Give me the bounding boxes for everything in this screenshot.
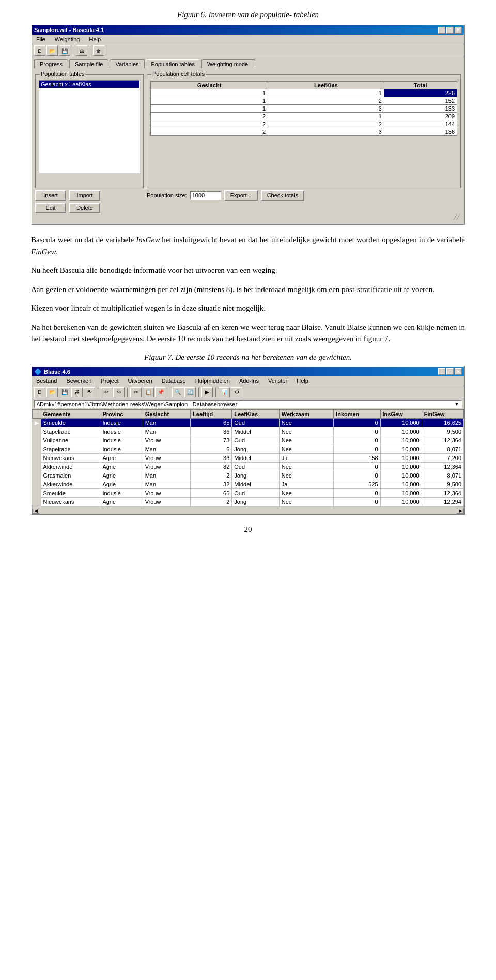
cell-totals-cell: 1 — [151, 89, 268, 97]
blaise-toolbar-find-icon[interactable]: 🔍 — [172, 387, 183, 397]
delete-button[interactable]: Delete — [69, 203, 100, 213]
tab-weighting-model[interactable]: Weighting model — [202, 59, 255, 68]
table-row[interactable]: AkkerwindeAgrieVrouw82OudNee010,00012,36… — [33, 463, 464, 471]
blaise-menu-uitvoeren[interactable]: Uitvoeren — [126, 377, 154, 385]
listbox-item-geslacht-leefklas[interactable]: Geslacht x LeefKlas — [39, 81, 140, 88]
grid-cell: Nee — [279, 463, 333, 471]
grid-cell: 32 — [191, 480, 232, 489]
col-geslacht: Geslacht — [143, 409, 190, 418]
toolbar-save-icon[interactable]: 💾 — [59, 45, 70, 56]
blaise-toolbar-paste-icon[interactable]: 📌 — [155, 387, 166, 397]
toolbar-delete-icon[interactable]: 🗑 — [93, 45, 104, 56]
blaise-toolbar-config-icon[interactable]: ⚙ — [231, 387, 242, 397]
grid-cell: Ja — [279, 454, 333, 463]
minimize-button[interactable]: _ — [438, 27, 445, 34]
grid-cell — [33, 445, 41, 454]
grid-cell: 36 — [191, 427, 232, 436]
export-button[interactable]: Export... — [224, 190, 258, 201]
blaise-toolbar-extra-icon[interactable]: 📊 — [219, 387, 230, 397]
check-totals-button[interactable]: Check totals — [261, 190, 305, 201]
blaise-grid-container[interactable]: Gemeente Provinc Geslacht Leeftijd LeefK… — [32, 409, 464, 507]
blaise-close-button[interactable]: ✕ — [455, 368, 462, 375]
blaise-menu-help[interactable]: Help — [295, 377, 311, 385]
population-size-row: Population size: Export... Check totals — [147, 190, 461, 201]
grid-cell: 9,500 — [422, 427, 463, 436]
blaise-toolbar-undo-icon[interactable]: ↩ — [101, 387, 112, 397]
table-row[interactable]: StapelradeIndusieMan36MiddelNee010,0009,… — [33, 427, 464, 436]
blaise-toolbar-copy-icon[interactable]: 📋 — [143, 387, 154, 397]
grid-cell: Ja — [279, 480, 333, 489]
bascula-tabs: Progress Sample file Variables Populatio… — [32, 57, 464, 68]
bascula-toolbar: 🗋 📂 💾 ⚖ 🗑 — [32, 44, 464, 57]
col-insgew: InsGew — [380, 409, 422, 418]
blaise-toolbar-cut-icon[interactable]: ✂ — [130, 387, 142, 397]
grid-cell — [33, 427, 41, 436]
left-buttons-row2: Edit Delete — [35, 203, 144, 213]
menu-file[interactable]: File — [34, 36, 48, 43]
blaise-toolbar-open-icon[interactable]: 📂 — [47, 387, 58, 397]
grid-cell: Jong — [232, 445, 279, 454]
grid-cell: Indusie — [100, 436, 143, 445]
blaise-toolbar-preview-icon[interactable]: 👁 — [84, 387, 95, 397]
blaise-menu-bewerken[interactable]: Bewerken — [64, 377, 94, 385]
cell-totals-cell: 3 — [268, 105, 384, 113]
menu-weighting[interactable]: Weighting — [53, 36, 82, 43]
table-row[interactable]: StapelradeIndusieMan6JongNee010,0008,071 — [33, 445, 464, 454]
scroll-left-button[interactable]: ◀ — [32, 508, 39, 514]
tab-progress[interactable]: Progress — [34, 59, 68, 68]
blaise-minimize-button[interactable]: _ — [438, 368, 445, 375]
grid-cell: Agrie — [100, 463, 143, 471]
blaise-menu-addins[interactable]: Add-Ins — [237, 377, 261, 385]
blaise-toolbar-run-icon[interactable]: ▶ — [202, 387, 213, 397]
blaise-toolbar-redo-icon[interactable]: ↪ — [113, 387, 125, 397]
population-tables-listbox[interactable]: Geslacht x LeefKlas — [39, 80, 140, 173]
table-row[interactable]: VuilpanneIndusieVrouw73OudNee010,00012,3… — [33, 436, 464, 445]
cell-totals-cell: 133 — [384, 105, 457, 113]
scroll-right-button[interactable]: ▶ — [457, 508, 464, 514]
tab-variables[interactable]: Variables — [110, 59, 144, 68]
col-leeftijd: Leeftijd — [191, 409, 232, 418]
toolbar-new-icon[interactable]: 🗋 — [34, 45, 45, 56]
table-row[interactable]: GrasmalenAgrieMan2JongNee010,0008,071 — [33, 471, 464, 480]
blaise-toolbar1: 🗋 📂 💾 🖨 👁 ↩ ↪ ✂ 📋 📌 🔍 🔄 ▶ 📊 ⚙ — [32, 386, 464, 399]
table-row[interactable]: NieuwekansAgrieVrouw33MiddelJa15810,0007… — [33, 454, 464, 463]
blaise-toolbar-print-icon[interactable]: 🖨 — [71, 387, 83, 397]
toolbar-scale-icon[interactable]: ⚖ — [76, 45, 87, 56]
tab-population-tables[interactable]: Population tables — [146, 59, 200, 68]
insert-button[interactable]: Insert — [35, 190, 66, 201]
table-row[interactable]: ▶SmeuldeIndusieMan65OudNee010,00016,625 — [33, 418, 464, 427]
cell-totals-cell: 2 — [151, 128, 268, 136]
blaise-path-arrow: ▼ — [454, 401, 459, 407]
blaise-menu-database[interactable]: Database — [160, 377, 188, 385]
grid-cell — [33, 480, 41, 489]
grid-cell: Vrouw — [143, 489, 190, 498]
table-row[interactable]: AkkerwindeAgrieMan32MiddelJa52510,0009,5… — [33, 480, 464, 489]
bascula-menubar: File Weighting Help — [32, 35, 464, 44]
blaise-toolbar-replace-icon[interactable]: 🔄 — [184, 387, 196, 397]
toolbar-open-icon[interactable]: 📂 — [47, 45, 58, 56]
grid-cell: 10,000 — [380, 498, 422, 507]
blaise-maximize-button[interactable]: □ — [446, 368, 454, 375]
table-row[interactable]: NieuwekansAgrieVrouw2JongNee010,00012,29… — [33, 498, 464, 507]
edit-button[interactable]: Edit — [35, 203, 66, 213]
import-button[interactable]: Import — [69, 190, 100, 201]
blaise-menu-venster[interactable]: Venster — [266, 377, 289, 385]
maximize-button[interactable]: □ — [446, 27, 454, 34]
blaise-scrollbar-h[interactable]: ◀ ▶ — [32, 507, 464, 514]
grid-cell: 12,294 — [422, 498, 463, 507]
menu-help[interactable]: Help — [87, 36, 103, 43]
grid-cell: 2 — [191, 498, 232, 507]
blaise-menu-project[interactable]: Project — [99, 377, 120, 385]
blaise-menu-hulpmiddelen[interactable]: Hulpmiddelen — [193, 377, 232, 385]
grid-cell: Vrouw — [143, 463, 190, 471]
tab-sample-file[interactable]: Sample file — [69, 59, 109, 68]
close-button[interactable]: ✕ — [455, 27, 462, 34]
table-row[interactable]: SmeuldeIndusieVrouw66OudNee010,00012,364 — [33, 489, 464, 498]
blaise-menu-bestand[interactable]: Bestand — [34, 377, 59, 385]
blaise-toolbar-save-icon[interactable]: 💾 — [59, 387, 70, 397]
population-size-input[interactable] — [190, 191, 221, 200]
cell-totals-cell: 1 — [151, 97, 268, 105]
grid-cell: Vrouw — [143, 436, 190, 445]
grid-cell: 12,364 — [422, 489, 463, 498]
blaise-toolbar-new-icon[interactable]: 🗋 — [34, 387, 45, 397]
